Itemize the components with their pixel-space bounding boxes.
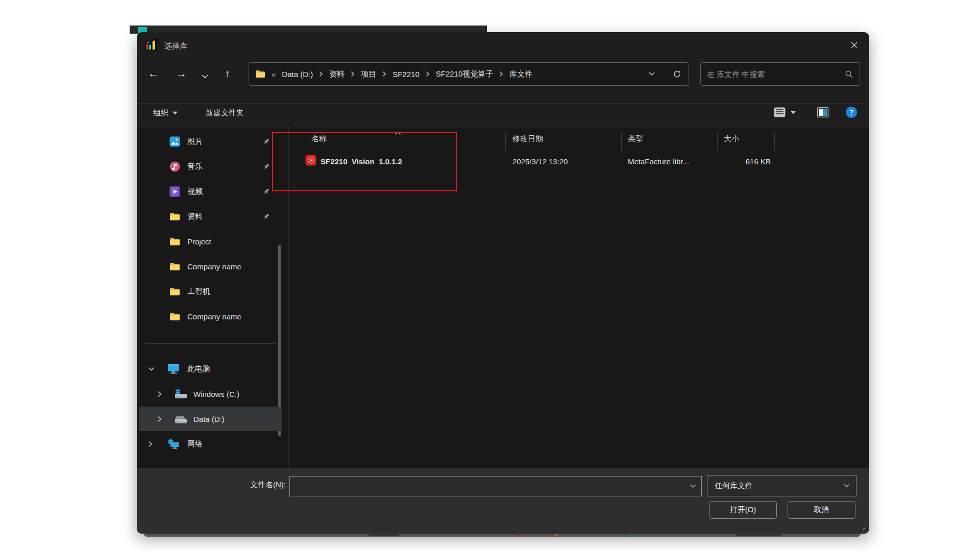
forward-button[interactable]: → <box>176 68 187 79</box>
network-icon <box>167 439 180 449</box>
filetype-select[interactable]: 任何库文件 <box>707 475 856 496</box>
pictures-icon <box>169 136 180 147</box>
chevron-right-icon[interactable] <box>157 415 165 423</box>
sidebar-item-label: 工智机 <box>187 287 282 296</box>
recent-locations-button[interactable] <box>201 72 209 81</box>
filename-combobox[interactable] <box>289 476 702 496</box>
address-dropdown-button[interactable] <box>648 71 655 77</box>
sidebar-item-label: 网络 <box>187 439 282 449</box>
column-separator[interactable] <box>717 132 718 151</box>
file-size: 616 KB <box>724 157 771 166</box>
sliver-speck <box>629 534 632 536</box>
preview-pane-button[interactable] <box>817 107 829 119</box>
up-button[interactable]: ↑ <box>225 68 230 79</box>
column-header-date[interactable]: 修改日期 <box>512 134 543 144</box>
sidebar-item-label: Company name <box>187 312 282 321</box>
breadcrumb-item-current[interactable]: 库文件 <box>509 69 532 79</box>
breadcrumb-item[interactable]: 项目 <box>361 69 376 79</box>
sliver-speck <box>369 534 399 536</box>
refresh-icon <box>673 70 681 79</box>
help-icon: ? <box>845 106 857 118</box>
drive-icon <box>175 414 187 424</box>
sidebar-item-gongzhiji[interactable]: 工智机 <box>139 280 282 303</box>
breadcrumb-item[interactable]: SF2210视觉算子 <box>436 69 494 79</box>
chevron-down-icon <box>844 484 850 488</box>
chevron-down-icon[interactable] <box>690 484 701 488</box>
column-header-type[interactable]: 类型 <box>628 134 643 144</box>
chevron-right-icon <box>351 71 355 77</box>
background-window-bottom-sliver <box>144 534 861 537</box>
divider <box>137 103 869 104</box>
screen: 选择库 ← → ↑ « Data (D:) <box>0 0 980 551</box>
folder-icon <box>169 287 180 296</box>
resize-grip[interactable] <box>861 524 866 533</box>
chevron-down-icon <box>791 111 796 114</box>
view-mode-button[interactable] <box>773 107 796 118</box>
folder-icon <box>169 212 180 221</box>
organize-label: 组织 <box>153 108 168 118</box>
folder-icon <box>169 312 180 321</box>
sidebar-item-company-name-2[interactable]: Company name <box>139 305 282 328</box>
sidebar-item-project[interactable]: Project <box>139 230 282 253</box>
filetype-value: 任何库文件 <box>715 481 753 491</box>
search-box[interactable] <box>700 62 860 86</box>
chevron-down-icon <box>201 74 209 79</box>
filename-label: 文件名(N): <box>218 480 286 490</box>
column-separator[interactable] <box>505 132 506 151</box>
select-library-dialog: 选择库 ← → ↑ « Data (D:) <box>137 32 869 534</box>
close-button[interactable] <box>844 37 864 53</box>
close-icon <box>850 41 858 49</box>
chevron-right-icon[interactable] <box>157 390 165 398</box>
sidebar-item-this-pc[interactable]: 此电脑 <box>139 358 282 380</box>
sidebar-item-ziliao[interactable]: 资料 <box>139 205 282 228</box>
sidebar-item-data-d[interactable]: Data (D:) <box>139 407 282 431</box>
chevron-down-icon <box>173 111 178 115</box>
sidebar-item-network[interactable]: 网络 <box>139 433 282 455</box>
chevron-right-icon[interactable] <box>148 440 156 448</box>
pin-icon <box>262 163 270 170</box>
sidebar-item-music[interactable]: 音乐 <box>139 155 282 178</box>
pin-icon <box>262 213 270 220</box>
new-folder-button[interactable]: 新建文件夹 <box>206 108 244 118</box>
sidebar-item-pictures[interactable]: 图片 <box>139 130 282 153</box>
breadcrumb-item[interactable]: Data (D:) <box>282 70 313 79</box>
organize-button[interactable]: 组织 <box>153 108 178 118</box>
sidebar-item-label: Company name <box>187 262 282 271</box>
file-type: MetaFacture libr... <box>628 157 689 166</box>
sidebar-item-windows-c[interactable]: Windows (C:) <box>139 383 282 405</box>
chevron-right-icon <box>382 71 386 77</box>
sidebar-item-label: Data (D:) <box>193 415 282 423</box>
column-separator[interactable] <box>774 132 775 151</box>
search-input[interactable] <box>707 70 845 79</box>
sliver-speck <box>555 534 558 536</box>
chevron-down-icon[interactable] <box>148 365 156 373</box>
filename-input[interactable] <box>290 477 690 496</box>
music-icon <box>169 161 180 172</box>
file-date: 2025/3/12 13:20 <box>512 157 568 166</box>
refresh-button[interactable] <box>673 70 681 79</box>
breadcrumb-overflow[interactable]: « <box>272 70 276 79</box>
sidebar-item-company-name-1[interactable]: Company name <box>139 255 282 278</box>
back-button[interactable]: ← <box>148 68 159 79</box>
sidebar-item-videos[interactable]: 视频 <box>139 180 282 203</box>
address-bar[interactable]: « Data (D:) 资料 项目 SF2210 SF2210视觉算子 库文件 <box>249 62 689 86</box>
pin-icon <box>262 188 270 195</box>
annotation-highlight-box <box>272 132 457 191</box>
open-button-label: 打开(O) <box>730 505 756 515</box>
dialog-title: 选择库 <box>164 41 187 51</box>
cancel-button-label: 取消 <box>814 505 829 515</box>
column-separator[interactable] <box>621 132 622 151</box>
videos-icon <box>169 186 180 197</box>
chevron-down-icon <box>648 71 655 77</box>
chevron-right-icon <box>499 71 503 77</box>
sliver-speck <box>736 534 782 536</box>
help-button[interactable]: ? <box>845 106 857 120</box>
breadcrumb-item[interactable]: 资料 <box>329 69 345 79</box>
cancel-button[interactable]: 取消 <box>788 501 855 519</box>
sidebar-item-label: 此电脑 <box>187 364 282 374</box>
preview-pane-icon <box>817 107 829 118</box>
column-header-size[interactable]: 大小 <box>724 134 739 144</box>
breadcrumb-item[interactable]: SF2210 <box>393 70 420 79</box>
open-button[interactable]: 打开(O) <box>709 501 777 519</box>
svg-text:?: ? <box>849 108 854 116</box>
